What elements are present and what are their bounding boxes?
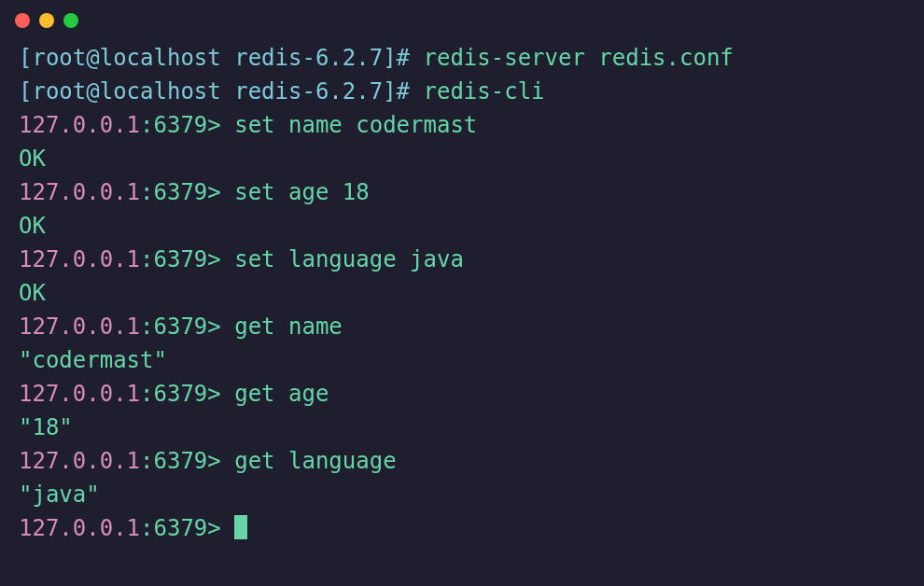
- terminal-line: 127.0.0.1:6379> get name: [19, 310, 905, 343]
- redis-prompt-ip: 127.0.0.1: [19, 314, 140, 340]
- redis-prompt-ip: 127.0.0.1: [19, 112, 140, 138]
- terminal-line: 127.0.0.1:6379> set language java: [19, 243, 905, 276]
- command-text: get language: [234, 448, 396, 474]
- terminal-output[interactable]: [root@localhost redis-6.2.7]# redis-serv…: [0, 37, 924, 564]
- redis-prompt-ip: 127.0.0.1: [19, 179, 140, 205]
- redis-prompt-port: :6379>: [140, 314, 234, 340]
- minimize-icon[interactable]: [39, 13, 54, 28]
- output-text: "java": [19, 481, 100, 508]
- redis-prompt-ip: 127.0.0.1: [19, 515, 140, 541]
- command-text: redis-cli: [423, 78, 544, 105]
- output-text: "18": [19, 414, 73, 440]
- redis-prompt-port: :6379>: [140, 448, 234, 474]
- command-text: redis-server redis.conf: [423, 45, 733, 71]
- redis-prompt-port: :6379>: [140, 112, 234, 138]
- terminal-line: OK: [19, 209, 905, 243]
- terminal-line: 127.0.0.1:6379>: [19, 511, 905, 545]
- redis-prompt-port: :6379>: [140, 179, 234, 205]
- shell-prompt: [root@localhost redis-6.2.7]#: [19, 45, 423, 71]
- output-text: "codermast": [19, 347, 167, 373]
- terminal-line: "java": [19, 478, 905, 511]
- terminal-line: [root@localhost redis-6.2.7]# redis-cli: [19, 75, 905, 108]
- command-text: set language java: [234, 246, 464, 272]
- terminal-line: [root@localhost redis-6.2.7]# redis-serv…: [19, 41, 905, 75]
- terminal-line: 127.0.0.1:6379> set name codermast: [19, 108, 905, 142]
- output-text: OK: [19, 213, 46, 239]
- command-text: set name codermast: [234, 112, 477, 138]
- window-titlebar: [0, 0, 924, 37]
- terminal-line: 127.0.0.1:6379> get language: [19, 444, 905, 478]
- redis-prompt-port: :6379>: [140, 381, 234, 407]
- terminal-line: 127.0.0.1:6379> set age 18: [19, 175, 905, 209]
- redis-prompt-ip: 127.0.0.1: [19, 448, 140, 474]
- maximize-icon[interactable]: [63, 13, 78, 28]
- terminal-line: "codermast": [19, 343, 905, 377]
- command-text: get name: [234, 314, 343, 340]
- redis-prompt-port: :6379>: [140, 515, 234, 541]
- shell-prompt: [root@localhost redis-6.2.7]#: [19, 78, 423, 105]
- terminal-line: 127.0.0.1:6379> get age: [19, 377, 905, 411]
- terminal-line: "18": [19, 411, 905, 444]
- command-text: set age 18: [234, 179, 370, 205]
- redis-prompt-ip: 127.0.0.1: [19, 246, 140, 272]
- cursor-icon: [234, 515, 247, 539]
- redis-prompt-port: :6379>: [140, 246, 234, 272]
- command-text: get age: [234, 381, 329, 407]
- terminal-line: OK: [19, 276, 905, 310]
- redis-prompt-ip: 127.0.0.1: [19, 381, 140, 407]
- close-icon[interactable]: [15, 13, 30, 28]
- output-text: OK: [19, 146, 46, 172]
- output-text: OK: [19, 280, 46, 306]
- terminal-line: OK: [19, 142, 905, 175]
